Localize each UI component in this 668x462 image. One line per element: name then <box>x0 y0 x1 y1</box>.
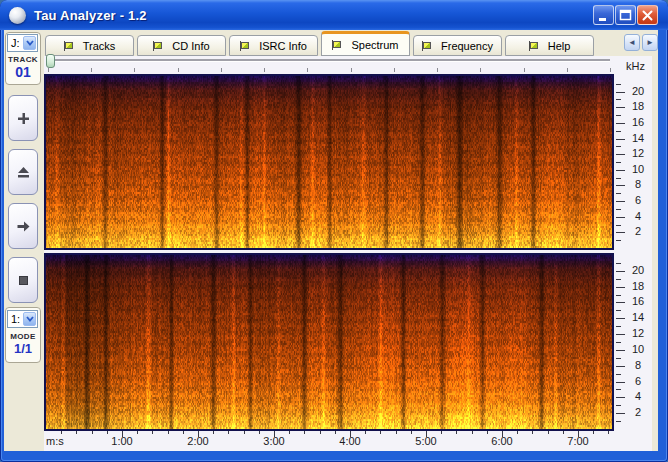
mode-combo-dropdown[interactable] <box>23 312 36 326</box>
freq-major-tick <box>616 302 625 303</box>
time-minor-tick <box>517 431 518 434</box>
freq-minor-tick <box>616 295 621 296</box>
slider-tick <box>264 68 265 72</box>
tab-tracks[interactable]: Tracks <box>45 35 134 56</box>
tab-strip: TracksCD InfoISRC InfoSpectrumFrequencyH… <box>45 31 594 56</box>
freq-major-tick <box>616 232 625 233</box>
freq-minor-tick <box>616 389 621 390</box>
freq-major-tick <box>616 217 625 218</box>
freq-major-tick <box>616 92 625 93</box>
slider-tick <box>610 68 611 72</box>
tab-spectrum[interactable]: Spectrum <box>321 31 410 56</box>
tab-isrc-info[interactable]: ISRC Info <box>229 35 318 56</box>
eject-button[interactable] <box>8 149 38 195</box>
flag-icon <box>422 41 432 51</box>
slider-tick <box>178 68 179 72</box>
slider-tick <box>134 68 135 72</box>
freq-major-tick <box>616 201 625 202</box>
freq-major-tick <box>616 107 625 108</box>
freq-minor-tick <box>616 374 621 375</box>
freq-tick-label: 4 <box>627 390 649 402</box>
time-minor-tick <box>608 431 609 434</box>
slider-tick <box>437 68 438 72</box>
freq-minor-tick <box>616 405 621 406</box>
time-axis-unit: m:s <box>46 435 64 447</box>
go-button[interactable] <box>8 203 38 249</box>
freq-major-tick <box>616 334 625 335</box>
time-minor-tick <box>320 431 321 434</box>
freq-minor-tick <box>616 326 621 327</box>
app-window: Tau Analyzer - 1.2 TracksCD InfoISRC Inf… <box>0 0 668 462</box>
arrow-right-icon: ► <box>646 38 654 47</box>
tab-label: ISRC Info <box>259 40 307 52</box>
time-minor-tick <box>456 431 457 434</box>
app-sphere-icon <box>9 7 26 24</box>
freq-minor-tick <box>616 178 621 179</box>
freq-minor-tick <box>616 193 621 194</box>
drive-combo[interactable]: J: <box>7 34 38 52</box>
time-minor-tick <box>244 431 245 434</box>
drive-combo-dropdown[interactable] <box>23 36 36 50</box>
time-minor-tick <box>380 431 381 434</box>
tab-help[interactable]: Help <box>505 35 594 56</box>
freq-tick-label: 18 <box>627 100 649 112</box>
add-button[interactable] <box>8 95 38 141</box>
time-minor-tick <box>137 431 138 434</box>
slider-tick <box>91 68 92 72</box>
freq-tick-label: 14 <box>627 132 649 144</box>
freq-tick-label: 12 <box>627 147 649 159</box>
mode-combo[interactable]: 1: <box>7 310 38 328</box>
freq-tick-label: 6 <box>627 194 649 206</box>
freq-tick-label: 8 <box>627 178 649 190</box>
freq-minor-tick <box>616 225 621 226</box>
tab-label: Spectrum <box>351 39 398 51</box>
minimize-button[interactable] <box>593 5 614 25</box>
title-bar[interactable]: Tau Analyzer - 1.2 <box>0 0 668 30</box>
mode-value: 1/1 <box>4 341 42 356</box>
freq-minor-tick <box>616 279 621 280</box>
time-minor-tick <box>259 431 260 434</box>
stop-button[interactable] <box>8 257 38 303</box>
tab-cd-info[interactable]: CD Info <box>137 35 226 56</box>
tab-scroll-left-button[interactable]: ◄ <box>624 34 640 51</box>
time-minor-tick <box>487 431 488 434</box>
freq-major-tick <box>616 170 625 171</box>
time-tick-label: 1:00 <box>104 435 140 447</box>
time-minor-tick <box>76 431 77 434</box>
freq-minor-tick <box>616 162 621 163</box>
tab-scroll-right-button[interactable]: ► <box>642 34 658 51</box>
time-tick-label: 3:00 <box>256 435 292 447</box>
slider-tick <box>524 68 525 72</box>
flag-icon <box>64 41 74 51</box>
spectrogram-channel-1 <box>46 76 612 248</box>
time-minor-tick <box>152 431 153 434</box>
time-minor-tick <box>532 431 533 434</box>
freq-major-tick <box>616 397 625 398</box>
freq-minor-tick <box>616 358 621 359</box>
tab-frequency[interactable]: Frequency <box>413 35 502 56</box>
slider-tick <box>221 68 222 72</box>
time-minor-tick <box>107 431 108 434</box>
arrow-left-icon: ◄ <box>628 38 636 47</box>
close-button[interactable] <box>637 5 658 25</box>
time-minor-tick <box>472 431 473 434</box>
eject-icon <box>16 165 31 180</box>
freq-minor-tick <box>616 342 621 343</box>
time-minor-tick <box>365 431 366 434</box>
maximize-button[interactable] <box>615 5 636 25</box>
time-tick-label: 7:00 <box>560 435 596 447</box>
arrow-right-icon <box>16 219 31 234</box>
time-minor-tick <box>593 431 594 434</box>
flag-icon <box>153 41 163 51</box>
time-minor-tick <box>183 431 184 434</box>
position-slider[interactable] <box>48 59 610 61</box>
mode-combo-value: 1: <box>11 313 20 325</box>
freq-minor-tick <box>616 146 621 147</box>
freq-minor-tick <box>616 99 621 100</box>
slider-tick <box>351 68 352 72</box>
spectrogram-channel-2-frame <box>44 253 614 431</box>
flag-icon <box>529 41 539 51</box>
freq-axis-unit: kHz <box>626 60 656 72</box>
position-slider-thumb[interactable] <box>46 54 55 68</box>
slider-tick <box>480 68 481 72</box>
